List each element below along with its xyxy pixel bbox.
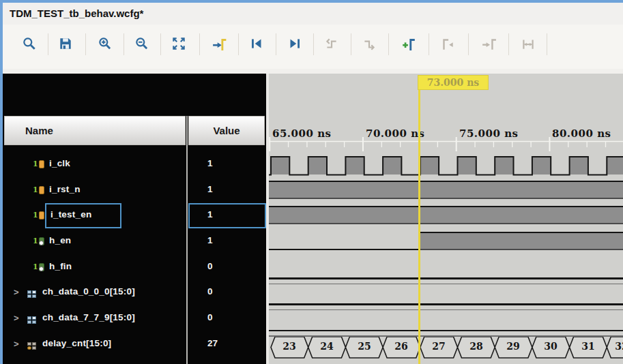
- wave-plot-area[interactable]: 65.000 ns 70.000 ns 75.000 ns 80.000 ns: [269, 74, 623, 364]
- expand-chevron-icon[interactable]: >: [14, 338, 19, 350]
- snap-to-transition-icon: [360, 35, 378, 52]
- input-scalar-signal-icon: 1: [33, 159, 44, 168]
- content-top-strip: [3, 69, 623, 74]
- bus-value-label: 29: [499, 341, 527, 352]
- table-row-i-clk[interactable]: 1 i_clk 1: [3, 152, 265, 177]
- wave-ch-data-7-zero: [269, 330, 623, 332]
- toolbar-separator: [429, 33, 429, 55]
- input-scalar-signal-icon: 1: [33, 210, 44, 219]
- bus-value-label: 23: [276, 341, 303, 352]
- signal-name: i_rst_n: [49, 184, 81, 194]
- signal-name: h_fin: [49, 261, 72, 271]
- bus-value-label: 27: [425, 341, 452, 352]
- signal-name: i_clk: [49, 158, 70, 168]
- toolbar-separator: [199, 33, 200, 55]
- zoom-in-icon[interactable]: [96, 35, 114, 52]
- toolbar-separator: [276, 33, 276, 55]
- signal-value: 1: [207, 184, 213, 194]
- wave-i-test-en-high: [269, 206, 623, 224]
- wave-h-en-high: [419, 232, 623, 250]
- signal-tree-panel: Name Value 1 i_clk 1 1 i_rst_n 1 1 i_tes…: [3, 74, 266, 364]
- toolbar-separator: [351, 33, 351, 55]
- measure-icon: [519, 35, 537, 52]
- toolbar-separator: [48, 33, 48, 55]
- toolbar-separator: [160, 33, 161, 55]
- signal-value: 1: [207, 158, 213, 168]
- signal-name: delay_cnt[15:0]: [42, 338, 111, 348]
- name-column-header: Name: [4, 116, 186, 145]
- go-to-time-cursor-icon[interactable]: [211, 35, 229, 52]
- value-header-label: Value: [213, 125, 240, 136]
- previous-transition-icon[interactable]: [248, 35, 266, 52]
- wave-ch-data-7-zero-shadow: [269, 335, 623, 337]
- value-column-header: Value: [188, 116, 265, 145]
- waveform-toolbar: [3, 25, 623, 70]
- waveform-window: TDM_TEST_tb_behav.wcfg*: [0, 0, 623, 364]
- table-row-ch-data-0[interactable]: > ch_data_0_0_0[15:0] 0: [3, 280, 265, 305]
- add-marker-icon[interactable]: [400, 35, 418, 52]
- bus-value-label: 26: [388, 341, 415, 352]
- toolbar-separator: [313, 33, 314, 55]
- waveform-content: Name Value 1 i_clk 1 1 i_rst_n 1 1 i_tes…: [3, 69, 623, 364]
- time-cursor-label[interactable]: 73.000 ns: [418, 75, 489, 90]
- bus-value-label: 24: [313, 341, 341, 352]
- bus-value-label: 25: [351, 341, 378, 352]
- title-bar: TDM_TEST_tb_behav.wcfg*: [3, 3, 623, 25]
- toolbar-separator: [547, 33, 547, 55]
- signal-value: 27: [207, 338, 218, 348]
- save-icon[interactable]: [57, 35, 74, 52]
- table-row-h-fin[interactable]: 1 h_fin 0: [3, 255, 265, 280]
- time-cursor-value: 73.000 ns: [427, 77, 480, 88]
- signal-value: 1: [207, 235, 213, 245]
- toolbar-separator: [124, 33, 124, 55]
- toolbar-separator: [85, 33, 86, 55]
- time-cursor[interactable]: [418, 90, 420, 364]
- selected-signal-value-box: [188, 203, 266, 228]
- bus-signal-icon: [27, 314, 36, 324]
- wave-ch-data-0-zero: [269, 303, 623, 305]
- wave-ch-data-0-zero-shadow: [269, 309, 623, 311]
- bus-value-label: 30: [537, 341, 564, 352]
- wave-h-fin-low: [269, 277, 623, 279]
- expand-chevron-icon[interactable]: >: [14, 312, 19, 324]
- bus-signal-icon: [27, 340, 36, 350]
- signal-value: 0: [207, 286, 213, 297]
- table-row-delay-cnt[interactable]: > delay_cnt[15:0] 27: [3, 332, 265, 357]
- wave-h-fin-low-shadow: [269, 284, 623, 285]
- selected-signal-name-box: [45, 203, 121, 228]
- swap-cursor-icon: [323, 35, 341, 52]
- previous-marker-icon: [439, 35, 457, 52]
- toolbar-separator: [468, 33, 469, 55]
- next-transition-icon[interactable]: [285, 35, 303, 52]
- wave-i-rst-n-high: [269, 181, 623, 199]
- input-scalar-signal-icon: 1: [33, 185, 44, 194]
- bus-value-label: 32: [608, 341, 623, 352]
- signal-value: 0: [207, 261, 213, 271]
- next-marker-icon: [480, 35, 498, 52]
- window-title: TDM_TEST_tb_behav.wcfg*: [10, 7, 143, 19]
- zoom-out-icon[interactable]: [133, 35, 151, 52]
- bus-value-label: 28: [463, 341, 490, 352]
- toolbar-separator: [238, 33, 239, 55]
- expand-chevron-icon[interactable]: >: [14, 286, 19, 299]
- toolbar-separator: [388, 33, 389, 55]
- table-row-i-rst-n[interactable]: 1 i_rst_n 1: [3, 178, 265, 203]
- name-header-label: Name: [25, 125, 53, 136]
- signal-value: 0: [207, 312, 213, 322]
- signal-name: ch_data_0_0_0[15:0]: [42, 286, 135, 297]
- search-icon[interactable]: [20, 35, 38, 52]
- bus-value-label: 31: [575, 341, 602, 352]
- toolbar-separator: [508, 33, 509, 55]
- wave-h-en-low: [269, 249, 420, 251]
- internal-scalar-signal-icon: 1: [33, 262, 44, 271]
- signal-name: h_en: [49, 235, 71, 245]
- signal-name: ch_data_7_7_9[15:0]: [42, 312, 135, 322]
- bus-signal-icon: [27, 288, 36, 298]
- table-row-h-en[interactable]: 1 h_en 1: [3, 229, 265, 254]
- table-row-ch-data-7[interactable]: > ch_data_7_7_9[15:0] 0: [3, 306, 265, 331]
- internal-scalar-signal-icon: 1: [33, 236, 44, 245]
- zoom-fit-icon[interactable]: [170, 35, 188, 52]
